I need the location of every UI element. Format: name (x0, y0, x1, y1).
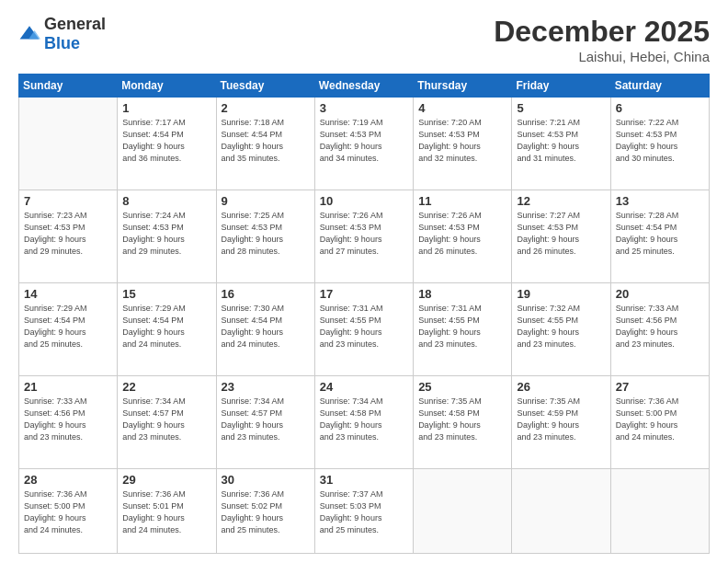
calendar-cell: 1Sunrise: 7:17 AM Sunset: 4:54 PM Daylig… (118, 98, 216, 190)
day-number: 24 (320, 380, 408, 394)
page: General Blue December 2025 Laishui, Hebe… (0, 0, 728, 563)
calendar-cell: 16Sunrise: 7:30 AM Sunset: 4:54 PM Dayli… (216, 283, 314, 376)
day-info: Sunrise: 7:28 AM Sunset: 4:54 PM Dayligh… (616, 210, 704, 258)
calendar-cell: 23Sunrise: 7:34 AM Sunset: 4:57 PM Dayli… (216, 376, 314, 469)
calendar-cell: 10Sunrise: 7:26 AM Sunset: 4:53 PM Dayli… (314, 190, 413, 283)
day-info: Sunrise: 7:33 AM Sunset: 4:56 PM Dayligh… (24, 396, 112, 443)
day-info: Sunrise: 7:21 AM Sunset: 4:53 PM Dayligh… (517, 117, 605, 165)
day-number: 3 (320, 101, 408, 115)
location: Laishui, Hebei, China (494, 49, 710, 64)
day-info: Sunrise: 7:30 AM Sunset: 4:54 PM Dayligh… (222, 303, 310, 350)
calendar-cell: 12Sunrise: 7:27 AM Sunset: 4:53 PM Dayli… (512, 190, 610, 283)
weekday-header: Thursday (414, 75, 512, 98)
day-number: 29 (122, 473, 210, 487)
day-number: 17 (320, 287, 408, 301)
calendar-cell: 2Sunrise: 7:18 AM Sunset: 4:54 PM Daylig… (216, 98, 314, 190)
calendar-cell: 8Sunrise: 7:24 AM Sunset: 4:53 PM Daylig… (118, 190, 216, 283)
day-number: 18 (418, 287, 506, 301)
day-number: 25 (418, 380, 506, 394)
day-info: Sunrise: 7:25 AM Sunset: 4:53 PM Dayligh… (222, 210, 310, 258)
weekday-header: Tuesday (216, 75, 314, 98)
day-info: Sunrise: 7:36 AM Sunset: 5:02 PM Dayligh… (222, 488, 310, 536)
day-info: Sunrise: 7:34 AM Sunset: 4:58 PM Dayligh… (320, 396, 408, 443)
calendar-cell: 27Sunrise: 7:36 AM Sunset: 5:00 PM Dayli… (610, 376, 709, 469)
day-info: Sunrise: 7:37 AM Sunset: 5:03 PM Dayligh… (320, 488, 408, 536)
day-number: 21 (24, 380, 112, 394)
day-info: Sunrise: 7:31 AM Sunset: 4:55 PM Dayligh… (418, 303, 506, 350)
calendar-cell: 19Sunrise: 7:32 AM Sunset: 4:55 PM Dayli… (512, 283, 610, 376)
calendar-cell: 6Sunrise: 7:22 AM Sunset: 4:53 PM Daylig… (610, 98, 709, 190)
day-info: Sunrise: 7:33 AM Sunset: 4:56 PM Dayligh… (616, 303, 704, 350)
day-number: 28 (24, 473, 112, 487)
logo-general: General (44, 15, 106, 33)
calendar-cell: 15Sunrise: 7:29 AM Sunset: 4:54 PM Dayli… (118, 283, 216, 376)
day-number: 15 (122, 287, 210, 301)
day-number: 4 (418, 101, 506, 115)
calendar-cell: 7Sunrise: 7:23 AM Sunset: 4:53 PM Daylig… (19, 190, 118, 283)
calendar-cell: 18Sunrise: 7:31 AM Sunset: 4:55 PM Dayli… (414, 283, 512, 376)
calendar-cell: 17Sunrise: 7:31 AM Sunset: 4:55 PM Dayli… (314, 283, 413, 376)
day-info: Sunrise: 7:29 AM Sunset: 4:54 PM Dayligh… (24, 303, 112, 350)
day-number: 1 (122, 101, 210, 115)
month-title: December 2025 (494, 15, 710, 49)
calendar-cell (610, 469, 709, 554)
calendar-cell (414, 469, 512, 554)
calendar-cell: 29Sunrise: 7:36 AM Sunset: 5:01 PM Dayli… (118, 469, 216, 554)
day-number: 26 (517, 380, 605, 394)
day-info: Sunrise: 7:24 AM Sunset: 4:53 PM Dayligh… (122, 210, 210, 258)
calendar-cell: 5Sunrise: 7:21 AM Sunset: 4:53 PM Daylig… (512, 98, 610, 190)
day-number: 27 (616, 380, 704, 394)
calendar-cell: 13Sunrise: 7:28 AM Sunset: 4:54 PM Dayli… (610, 190, 709, 283)
day-number: 14 (24, 287, 112, 301)
calendar-cell (512, 469, 610, 554)
calendar-cell: 14Sunrise: 7:29 AM Sunset: 4:54 PM Dayli… (19, 283, 118, 376)
day-info: Sunrise: 7:32 AM Sunset: 4:55 PM Dayligh… (517, 303, 605, 350)
day-number: 23 (222, 380, 310, 394)
day-info: Sunrise: 7:18 AM Sunset: 4:54 PM Dayligh… (222, 117, 310, 165)
calendar-cell: 26Sunrise: 7:35 AM Sunset: 4:59 PM Dayli… (512, 376, 610, 469)
calendar-cell: 28Sunrise: 7:36 AM Sunset: 5:00 PM Dayli… (19, 469, 118, 554)
weekday-header: Sunday (19, 75, 118, 98)
day-number: 7 (24, 194, 112, 208)
day-info: Sunrise: 7:31 AM Sunset: 4:55 PM Dayligh… (320, 303, 408, 350)
day-info: Sunrise: 7:26 AM Sunset: 4:53 PM Dayligh… (320, 210, 408, 258)
day-number: 19 (517, 287, 605, 301)
calendar-cell: 9Sunrise: 7:25 AM Sunset: 4:53 PM Daylig… (216, 190, 314, 283)
calendar-cell: 3Sunrise: 7:19 AM Sunset: 4:53 PM Daylig… (314, 98, 413, 190)
calendar-cell: 24Sunrise: 7:34 AM Sunset: 4:58 PM Dayli… (314, 376, 413, 469)
calendar-row: 7Sunrise: 7:23 AM Sunset: 4:53 PM Daylig… (19, 190, 710, 283)
calendar-cell: 11Sunrise: 7:26 AM Sunset: 4:53 PM Dayli… (414, 190, 512, 283)
day-info: Sunrise: 7:17 AM Sunset: 4:54 PM Dayligh… (122, 117, 210, 165)
day-number: 30 (222, 473, 310, 487)
calendar-table: SundayMondayTuesdayWednesdayThursdayFrid… (18, 74, 710, 554)
calendar-row: 14Sunrise: 7:29 AM Sunset: 4:54 PM Dayli… (19, 283, 710, 376)
day-number: 20 (616, 287, 704, 301)
day-number: 5 (517, 101, 605, 115)
calendar-cell: 31Sunrise: 7:37 AM Sunset: 5:03 PM Dayli… (314, 469, 413, 554)
logo-text: General Blue (44, 15, 106, 53)
weekday-header: Wednesday (314, 75, 413, 98)
day-number: 2 (222, 101, 310, 115)
day-info: Sunrise: 7:36 AM Sunset: 5:00 PM Dayligh… (616, 396, 704, 443)
day-info: Sunrise: 7:35 AM Sunset: 4:58 PM Dayligh… (418, 396, 506, 443)
calendar-row: 28Sunrise: 7:36 AM Sunset: 5:00 PM Dayli… (19, 469, 710, 554)
calendar-row: 1Sunrise: 7:17 AM Sunset: 4:54 PM Daylig… (19, 98, 710, 190)
day-info: Sunrise: 7:27 AM Sunset: 4:53 PM Dayligh… (517, 210, 605, 258)
calendar-cell: 21Sunrise: 7:33 AM Sunset: 4:56 PM Dayli… (19, 376, 118, 469)
day-info: Sunrise: 7:26 AM Sunset: 4:53 PM Dayligh… (418, 210, 506, 258)
logo-blue: Blue (44, 34, 80, 52)
day-number: 6 (616, 101, 704, 115)
day-info: Sunrise: 7:22 AM Sunset: 4:53 PM Dayligh… (616, 117, 704, 165)
logo: General Blue (18, 15, 106, 53)
calendar-cell: 20Sunrise: 7:33 AM Sunset: 4:56 PM Dayli… (610, 283, 709, 376)
day-number: 12 (517, 194, 605, 208)
day-info: Sunrise: 7:20 AM Sunset: 4:53 PM Dayligh… (418, 117, 506, 165)
calendar-header-row: SundayMondayTuesdayWednesdayThursdayFrid… (19, 75, 710, 98)
day-number: 11 (418, 194, 506, 208)
day-number: 9 (222, 194, 310, 208)
day-info: Sunrise: 7:29 AM Sunset: 4:54 PM Dayligh… (122, 303, 210, 350)
day-number: 16 (222, 287, 310, 301)
day-number: 13 (616, 194, 704, 208)
day-info: Sunrise: 7:34 AM Sunset: 4:57 PM Dayligh… (222, 396, 310, 443)
weekday-header: Friday (512, 75, 610, 98)
